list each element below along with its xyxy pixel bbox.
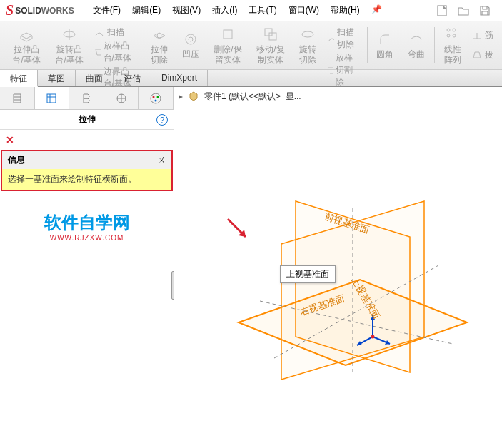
tab-surfaces[interactable]: 曲面 bbox=[76, 70, 114, 86]
svg-rect-6 bbox=[224, 30, 232, 39]
draft-button[interactable]: 拔 bbox=[472, 49, 493, 62]
flex-button[interactable]: 弯曲 bbox=[401, 24, 431, 66]
breadcrumb-back-icon[interactable]: ▸ bbox=[179, 91, 183, 101]
ribbon-toolbar: 拉伸凸台/基体 旋转凸台/基体 扫描 放样凸台/基体 边界凸台/基体 拉伸切除 … bbox=[0, 21, 502, 70]
fillet-button[interactable]: 圆角 bbox=[370, 24, 400, 66]
svg-point-5 bbox=[189, 37, 193, 41]
info-message: 选择一基准面来绘制特征横断面。 bbox=[2, 169, 171, 190]
tab-dimxpert[interactable]: DimXpert bbox=[151, 70, 208, 86]
tab-evaluate[interactable]: 评估 bbox=[114, 70, 151, 86]
svg-rect-7 bbox=[265, 29, 272, 36]
svg-point-22 bbox=[153, 96, 155, 98]
move-copy-button[interactable]: 移动/复制实体 bbox=[250, 24, 291, 66]
panel-tab-appearance[interactable] bbox=[139, 87, 174, 109]
panel-tab-dimxpert[interactable] bbox=[104, 87, 139, 109]
sweep-button[interactable]: 扫描 bbox=[94, 26, 135, 39]
info-section: 信息 ㄨ 选择一基准面来绘制特征横断面。 bbox=[1, 150, 173, 191]
info-header[interactable]: 信息 ㄨ bbox=[2, 151, 171, 169]
svg-rect-19 bbox=[47, 94, 56, 103]
loft-button[interactable]: 放样凸台/基体 bbox=[94, 39, 135, 65]
graphics-viewport[interactable]: ▸ 零件1 (默认<<默认>_显... bbox=[174, 87, 502, 448]
extrude-cut-button[interactable]: 拉伸切除 bbox=[144, 24, 174, 66]
revolve-cut-button[interactable]: 旋转切除 bbox=[293, 24, 323, 66]
qat-new-button[interactable] bbox=[432, 2, 452, 19]
panel-tab-feature-tree[interactable] bbox=[0, 87, 35, 109]
svg-point-24 bbox=[155, 99, 157, 101]
menu-insert[interactable]: 插入(I) bbox=[208, 1, 241, 19]
svg-point-23 bbox=[157, 96, 159, 98]
svg-point-25 bbox=[371, 335, 375, 339]
app-logo: S SOLIDWORKS bbox=[6, 2, 74, 19]
panel-tab-property-manager[interactable] bbox=[35, 87, 70, 109]
svg-point-11 bbox=[447, 29, 450, 31]
menu-help[interactable]: 帮助(H) bbox=[326, 1, 364, 19]
svg-point-21 bbox=[151, 93, 161, 103]
rib-button[interactable]: 筋 bbox=[472, 29, 493, 42]
watermark: 软件自学网 WWW.RJZXW.COM bbox=[0, 211, 174, 242]
loft-cut-button[interactable]: 放样切割除 bbox=[327, 51, 361, 89]
help-button[interactable]: ? bbox=[156, 114, 168, 126]
menu-tools[interactable]: 工具(T) bbox=[244, 1, 281, 19]
delete-keep-button[interactable]: 删除/保留实体 bbox=[207, 24, 249, 66]
revolve-boss-button[interactable]: 旋转凸台/基体 bbox=[49, 24, 90, 66]
menu-view[interactable]: 视图(V) bbox=[168, 1, 205, 19]
menu-file[interactable]: 文件(F) bbox=[89, 1, 125, 19]
svg-point-9 bbox=[302, 31, 313, 37]
tab-features[interactable]: 特征 bbox=[0, 70, 38, 87]
hole-wizard-button[interactable]: 凹压 bbox=[176, 24, 206, 66]
svg-point-12 bbox=[453, 29, 456, 31]
panel-title: 拉伸 bbox=[79, 113, 96, 126]
collapse-icon: ㄨ bbox=[157, 154, 166, 166]
close-panel-button[interactable]: ✕ bbox=[6, 134, 14, 146]
reference-planes[interactable]: 前视基准面 上视基准面 右视基准面 bbox=[217, 158, 474, 415]
panel-tab-configuration[interactable] bbox=[69, 87, 104, 109]
feature-tabs: 特征 草图 曲面 评估 DimXpert bbox=[0, 70, 502, 87]
sweep-cut-button[interactable]: 扫描切除 bbox=[327, 26, 361, 51]
main-menu: 文件(F) 编辑(E) 视图(V) 插入(I) 工具(T) 窗口(W) 帮助(H… bbox=[89, 1, 386, 19]
linear-pattern-button[interactable]: 线性阵列 bbox=[438, 24, 468, 66]
svg-rect-8 bbox=[269, 33, 276, 40]
svg-point-14 bbox=[453, 34, 456, 37]
breadcrumb-text[interactable]: 零件1 (默认<<默认>_显... bbox=[204, 91, 301, 103]
qat-save-button[interactable] bbox=[475, 2, 495, 19]
menu-window[interactable]: 窗口(W) bbox=[284, 1, 323, 19]
qat-open-button[interactable] bbox=[453, 2, 473, 19]
menu-pin-icon[interactable]: 📌 bbox=[367, 1, 386, 19]
extrude-boss-button[interactable]: 拉伸凸台/基体 bbox=[6, 24, 47, 66]
svg-point-3 bbox=[157, 34, 161, 38]
logo-s-icon: S bbox=[6, 2, 14, 19]
plane-tooltip: 上视基准面 bbox=[280, 265, 336, 283]
part-icon bbox=[187, 90, 200, 103]
menu-edit[interactable]: 编辑(E) bbox=[128, 1, 165, 19]
tab-sketch[interactable]: 草图 bbox=[38, 70, 76, 86]
svg-point-4 bbox=[186, 34, 196, 44]
svg-rect-0 bbox=[438, 6, 446, 16]
svg-point-13 bbox=[447, 34, 450, 37]
property-manager: 拉伸 ? ✕ 信息 ㄨ 选择一基准面来绘制特征横断面。 软件自学网 WWW.RJ… bbox=[0, 87, 174, 448]
